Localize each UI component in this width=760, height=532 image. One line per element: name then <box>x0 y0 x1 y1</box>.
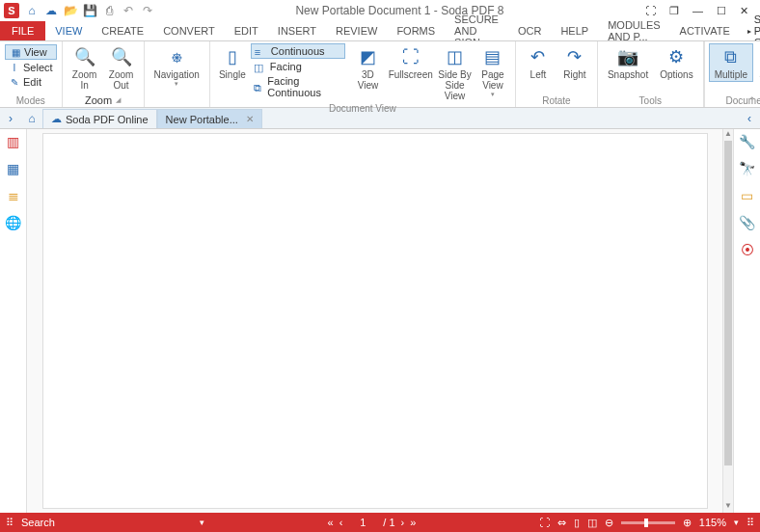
expand-right-panel-icon[interactable]: ‹ <box>739 108 760 128</box>
3d-view-button[interactable]: ◩3D View <box>349 43 386 93</box>
next-page-icon[interactable]: › <box>401 517 405 528</box>
scroll-down-icon[interactable]: ▼ <box>724 501 732 513</box>
save-icon[interactable]: 💾 <box>83 4 96 17</box>
soda-pdf-online-link[interactable]: ▸Soda PDF Online <box>740 21 760 40</box>
page-number-input[interactable] <box>348 517 377 528</box>
zoom-launcher-icon[interactable]: ◢ <box>116 96 121 104</box>
facing-continuous-button[interactable]: ⧉Facing Continuous <box>251 74 346 99</box>
zoom-level[interactable]: 115% <box>699 517 726 528</box>
cloud-icon[interactable]: ☁ <box>44 4 58 17</box>
documents-single-button[interactable]: ▯Single <box>753 43 760 82</box>
badge-icon[interactable]: ⦿ <box>739 241 756 258</box>
tab-edit[interactable]: EDIT <box>225 21 268 40</box>
fit-width-icon[interactable]: ⇔ <box>557 517 566 529</box>
fit-page-icon[interactable]: ⛶ <box>539 517 550 528</box>
tab-insert[interactable]: INSERT <box>268 21 326 40</box>
rotate-right-icon: ↷ <box>563 45 586 68</box>
restore-icon[interactable]: ❐ <box>669 5 679 17</box>
tab-ocr[interactable]: OCR <box>508 21 551 40</box>
globe-icon[interactable]: 🌐 <box>5 214 22 231</box>
mode-view-button[interactable]: ▦View <box>5 44 57 60</box>
fit-window-icon[interactable]: ⛶ <box>645 5 656 17</box>
mode-select-button[interactable]: ISelect <box>5 61 57 74</box>
fullscreen-button[interactable]: ⛶Fullscreen <box>386 43 435 82</box>
chevron-down-icon: ▾ <box>175 80 178 88</box>
continuous-button[interactable]: ≡Continuous <box>251 43 346 59</box>
tab-review[interactable]: REVIEW <box>326 21 387 40</box>
tab-forms[interactable]: FORMS <box>387 21 445 40</box>
group-zoom: 🔍Zoom In 🔍Zoom Out Zoom◢ <box>63 41 145 107</box>
expand-left-panel-icon[interactable]: › <box>0 108 21 128</box>
collapse-ribbon-icon[interactable]: ⌃ <box>748 95 756 105</box>
tab-create[interactable]: CREATE <box>92 21 153 40</box>
tab-help[interactable]: HELP <box>551 21 598 40</box>
open-folder-icon[interactable]: 📂 <box>64 4 77 17</box>
group-rotate: ↶Left ↷Right Rotate <box>516 41 598 107</box>
camera-icon: 📷 <box>616 45 639 68</box>
close-icon[interactable]: ✕ <box>740 5 748 17</box>
tab-modules[interactable]: MODULES AND P... <box>598 21 669 40</box>
side-by-side-button[interactable]: ◫Side By Side View <box>435 43 475 103</box>
zoom-in-button[interactable]: 🔍Zoom In <box>67 43 103 93</box>
tab-view[interactable]: VIEW <box>45 21 92 40</box>
vertical-scrollbar[interactable]: ▲ ▼ <box>722 129 733 513</box>
scroll-up-icon[interactable]: ▲ <box>724 129 732 141</box>
3d-view-icon: ◩ <box>356 45 379 68</box>
view-mode-icon[interactable]: ▯ <box>574 517 580 529</box>
maximize-icon[interactable]: ☐ <box>717 5 726 17</box>
zoom-in-button[interactable]: ⊕ <box>683 517 692 529</box>
doc-tab-soda-online[interactable]: ☁Soda PDF Online <box>42 109 157 128</box>
tab-home-icon[interactable]: ⌂ <box>21 108 42 128</box>
view-icon: ▦ <box>10 46 21 58</box>
options-button[interactable]: ⚙Options <box>654 43 698 82</box>
window-title: New Portable Document 1 - Soda PDF 8 <box>154 4 645 17</box>
zoom-dropdown-icon[interactable]: ▾ <box>734 518 739 527</box>
binoculars-icon[interactable]: 🔭 <box>739 160 756 177</box>
page-total: / 1 <box>383 517 394 528</box>
print-icon[interactable]: ⎙ <box>102 4 116 17</box>
tab-secure[interactable]: SECURE AND SIGN <box>445 21 508 40</box>
rotate-right-button[interactable]: ↷Right <box>556 43 593 82</box>
first-page-icon[interactable]: « <box>328 517 334 528</box>
notes-icon[interactable]: ▭ <box>739 187 756 204</box>
view-mode2-icon[interactable]: ◫ <box>587 517 597 529</box>
navigation-button[interactable]: ⎈Navigation▾ <box>149 43 205 90</box>
file-tab[interactable]: FILE <box>0 21 45 40</box>
thumbnails-icon[interactable]: ▦ <box>5 160 22 177</box>
group-label: Modes <box>4 93 58 107</box>
redo-icon[interactable]: ↷ <box>141 4 154 17</box>
cloud-icon: ☁ <box>51 113 62 125</box>
group-document-view: ▯Single ≡Continuous ◫Facing ⧉Facing Cont… <box>210 41 516 107</box>
bookmarks-icon[interactable]: ▥ <box>5 133 22 150</box>
home-icon[interactable]: ⌂ <box>25 4 39 17</box>
zoom-out-icon: 🔍 <box>110 45 133 68</box>
snapshot-button[interactable]: 📷Snapshot <box>602 43 654 82</box>
document-canvas[interactable] <box>27 129 722 513</box>
zoom-out-button[interactable]: ⊖ <box>605 517 613 529</box>
last-page-icon[interactable]: » <box>410 517 416 528</box>
layers-icon[interactable]: ≣ <box>5 187 22 204</box>
zoom-slider[interactable] <box>621 521 675 524</box>
rotate-left-button[interactable]: ↶Left <box>520 43 556 82</box>
page-1 <box>42 133 708 509</box>
wrench-icon[interactable]: 🔧 <box>739 133 756 150</box>
documents-multiple-button[interactable]: ⧉Multiple <box>709 43 753 82</box>
undo-icon[interactable]: ↶ <box>122 4 135 17</box>
single-button[interactable]: ▯Single <box>214 43 251 82</box>
close-tab-icon[interactable]: ✕ <box>246 114 254 124</box>
tab-convert[interactable]: CONVERT <box>153 21 225 40</box>
minimize-icon[interactable]: — <box>692 5 703 17</box>
zoom-out-button[interactable]: 🔍Zoom Out <box>103 43 140 93</box>
prev-page-icon[interactable]: ‹ <box>339 517 343 528</box>
tab-activate[interactable]: ACTIVATE <box>670 21 740 40</box>
rotate-left-icon: ↶ <box>527 45 550 68</box>
page-view-button[interactable]: ▤Page View▾ <box>475 43 511 100</box>
mode-edit-button[interactable]: ✎Edit <box>5 75 57 89</box>
search-dropdown-icon[interactable]: ▾ <box>200 518 204 527</box>
facing-continuous-icon: ⧉ <box>254 82 264 92</box>
facing-button[interactable]: ◫Facing <box>251 60 346 73</box>
attachment-icon[interactable]: 📎 <box>739 214 756 231</box>
search-input[interactable] <box>21 517 196 528</box>
multiple-docs-icon: ⧉ <box>719 45 743 68</box>
navigation-icon: ⎈ <box>165 45 188 68</box>
